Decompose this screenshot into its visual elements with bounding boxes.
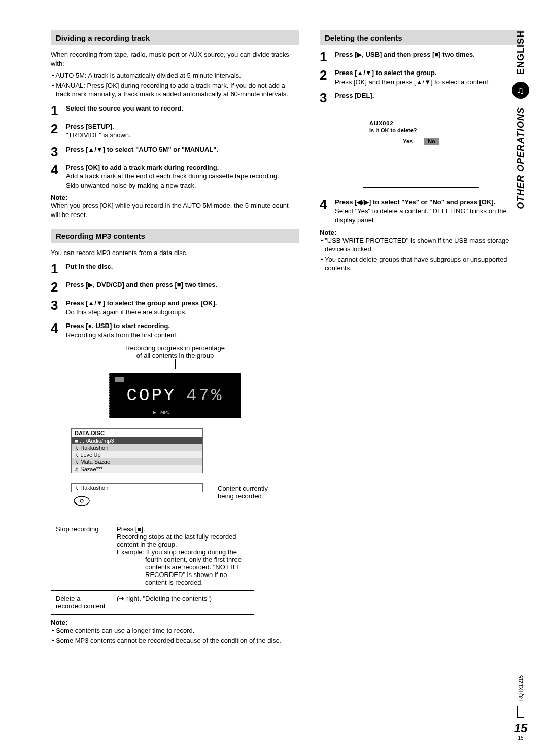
page-marker-icon: [517, 706, 524, 718]
music-note-icon: ♫: [512, 82, 529, 99]
tracklist-title: DATA-DISC: [72, 429, 202, 437]
left-column: Dividing a recording track When recordin…: [51, 30, 299, 646]
note-heading: Note:: [51, 194, 299, 201]
dialog-no-button[interactable]: No: [424, 138, 439, 145]
bottom-note-1: • Some contents can use a longer time to…: [51, 626, 299, 635]
language-label: ENGLISH: [516, 30, 526, 75]
mp3-step-2: 2 Press [▶, DVD/CD] and then press [■] t…: [51, 280, 299, 294]
del-note-1: • "USB WRITE PROTECTED" is shown if the …: [320, 236, 523, 254]
current-track: ♫ Hakkushon Content currently being reco…: [71, 483, 203, 492]
dialog-yes-button[interactable]: Yes: [403, 138, 413, 145]
del-step-1: 1 Press [▶, USB] and then press [■] two …: [320, 50, 523, 63]
step-1: 1 Select the source you want to record.: [51, 104, 299, 117]
del-step-2: 2 Press [▲/▼] to select the group. Press…: [320, 68, 523, 86]
right-column: Deleting the contents 1 Press [▶, USB] a…: [320, 30, 523, 646]
deleting-header: Deleting the contents: [320, 30, 523, 45]
table-row: Stop recording Press [■]. Recording stop…: [51, 521, 254, 591]
bullet-manual: • MANUAL: Press [OK] during recording to…: [51, 81, 299, 99]
page-footer: RQTX1215 15 15: [505, 675, 536, 741]
stop-recording-label: Stop recording: [51, 521, 112, 591]
current-track-label: Content currently being recorded: [202, 485, 268, 500]
page-number-large: 15: [505, 721, 536, 735]
list-item: ♫ LevelUp: [72, 451, 202, 458]
bottom-note-heading: Note:: [51, 619, 299, 626]
dividing-header: Dividing a recording track: [51, 30, 299, 45]
delete-content-label: Delete a recorded content: [51, 591, 112, 615]
confirm-dialog: AUX002 Is it OK to delete? Yes No: [363, 112, 480, 188]
lcd-caption: Recording progress in percentage of all …: [51, 344, 299, 418]
mp3-intro: You can record MP3 contents from a data …: [51, 248, 299, 258]
step-4: 4 Press [OK] to add a track mark during …: [51, 163, 299, 190]
del-step-3: 3 Press [DEL].: [320, 91, 523, 104]
doc-code: RQTX1215: [518, 675, 524, 701]
note-body: When you press [OK] while you record in …: [51, 201, 299, 219]
del-note-heading: Note:: [320, 229, 523, 236]
table-row: Delete a recorded content (➔ right, "Del…: [51, 591, 254, 615]
dialog-title: AUX002: [369, 120, 473, 126]
side-tab: ENGLISH ♫ OTHER OPERATIONS: [505, 30, 536, 211]
list-item: ■ . . /Audio/mp3: [72, 437, 202, 444]
bullet-auto5m: • AUTO 5M: A track is automatically divi…: [51, 71, 299, 80]
mp3-step-1: 1 Put in the disc.: [51, 262, 299, 275]
dividing-intro: When recording from tape, radio, music p…: [51, 50, 299, 68]
bottom-note-2: • Some MP3 contents cannot be recorded b…: [51, 636, 299, 645]
svg-point-1: [80, 499, 83, 502]
step-2: 2 Press [SETUP]. "TRDIVIDE" is shown.: [51, 122, 299, 140]
play-icon: ▶: [153, 410, 156, 415]
list-item: ♫ Mata Sazae: [72, 458, 202, 465]
step-3: 3 Press [▲/▼] to select "AUTO 5M" or "MA…: [51, 145, 299, 158]
page-number-small: 15: [505, 735, 536, 741]
section-label: OTHER OPERATIONS: [516, 107, 526, 209]
recording-actions-table: Stop recording Press [■]. Recording stop…: [51, 521, 254, 615]
mp3-header: Recording MP3 contents: [51, 229, 299, 243]
mp3-badge: MP3: [160, 410, 170, 415]
del-step-4: 4 Press [◀/▶] to select "Yes" or "No" an…: [320, 198, 523, 225]
track-list: DATA-DISC ■ . . /Audio/mp3 ♫ Hakkushon ♫…: [71, 428, 203, 473]
lcd-copy: COPY: [127, 386, 177, 405]
list-item: ♫ Sazae***: [72, 465, 202, 473]
lcd-display: COPY 47% ▶ MP3: [109, 373, 241, 418]
mp3-step-3: 3 Press [▲/▼] to select the group and pr…: [51, 299, 299, 316]
list-item: ♫ Hakkushon: [72, 444, 202, 451]
usb-icon: [115, 377, 124, 382]
dialog-question: Is it OK to delete?: [369, 127, 473, 133]
lcd-percent: 47%: [186, 386, 223, 405]
mp3-step-4: 4 Press [●, USB] to start recording. Rec…: [51, 321, 299, 339]
del-note-2: • You cannot delete groups that have sub…: [320, 255, 523, 273]
